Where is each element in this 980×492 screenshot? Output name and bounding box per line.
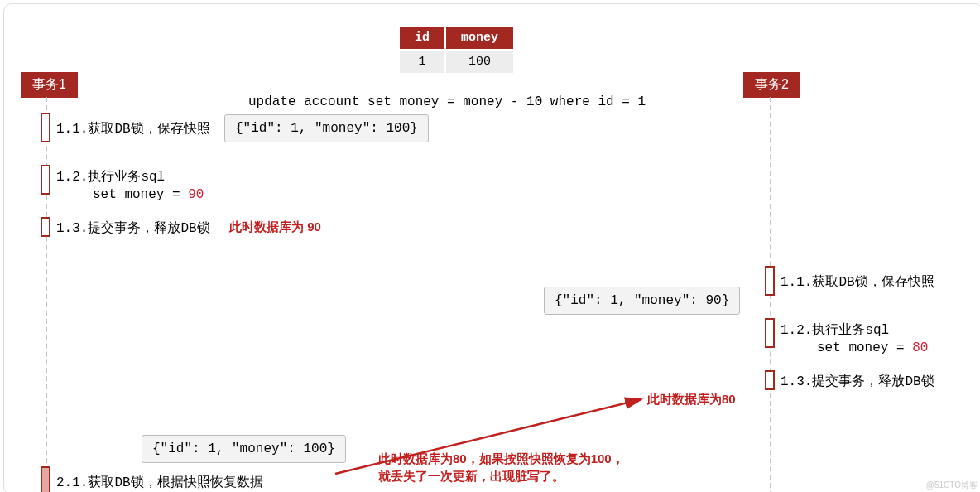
tx1-act-21	[41, 466, 50, 492]
tx1-act-11	[41, 113, 50, 142]
watermark: @51CTO博客	[926, 480, 978, 491]
svg-line-0	[335, 399, 641, 474]
tx1-step-21: 2.1.获取DB锁，根据快照恢复数据	[56, 474, 263, 491]
tx2-act-13	[765, 370, 775, 390]
tx1-act-12	[41, 165, 50, 195]
tx1-step-12: 1.2.执行业务sql set money = 90	[56, 168, 204, 202]
tx1-act-13	[41, 217, 50, 237]
sql-statement: update account set money = money - 10 wh…	[248, 94, 646, 109]
tx1-label: 事务1	[21, 72, 78, 98]
td-money: 100	[445, 50, 514, 74]
tx1-step-13: 1.3.提交事务，释放DB锁	[56, 219, 210, 237]
tx2-step-13: 1.3.提交事务，释放DB锁	[781, 373, 934, 390]
tx2-step-12: 1.2.执行业务sql set money = 80	[781, 321, 928, 355]
tx2-act-12	[765, 318, 775, 348]
snapshot-a: {"id": 1, "money": 100}	[224, 114, 429, 142]
tx1-lifeline	[46, 97, 47, 492]
snapshot-b: {"id": 1, "money": 90}	[544, 287, 740, 315]
diagram-canvas: id money 1 100 update account set money …	[3, 3, 980, 492]
td-id: 1	[399, 50, 445, 74]
tx2-step-11: 1.1.获取DB锁，保存快照	[781, 273, 934, 291]
note-after-tx1: 此时数据库为 90	[229, 219, 321, 235]
tx1-step-12-text: 1.2.执行业务sql	[56, 170, 165, 185]
tx2-act-11	[765, 266, 775, 296]
tx1-step-12-sub: set money = 90	[93, 187, 204, 202]
account-table: id money 1 100	[398, 25, 515, 75]
tx1-step-11: 1.1.获取DB锁，保存快照	[56, 120, 210, 137]
tx2-label: 事务2	[743, 72, 800, 98]
tx2-step-12-text: 1.2.执行业务sql	[781, 323, 889, 338]
snapshot-c: {"id": 1, "money": 100}	[142, 435, 346, 463]
arrow-conflict	[327, 387, 666, 490]
th-id: id	[399, 26, 445, 50]
tx2-step-12-sub: set money = 80	[817, 340, 928, 355]
th-money: money	[445, 26, 514, 50]
